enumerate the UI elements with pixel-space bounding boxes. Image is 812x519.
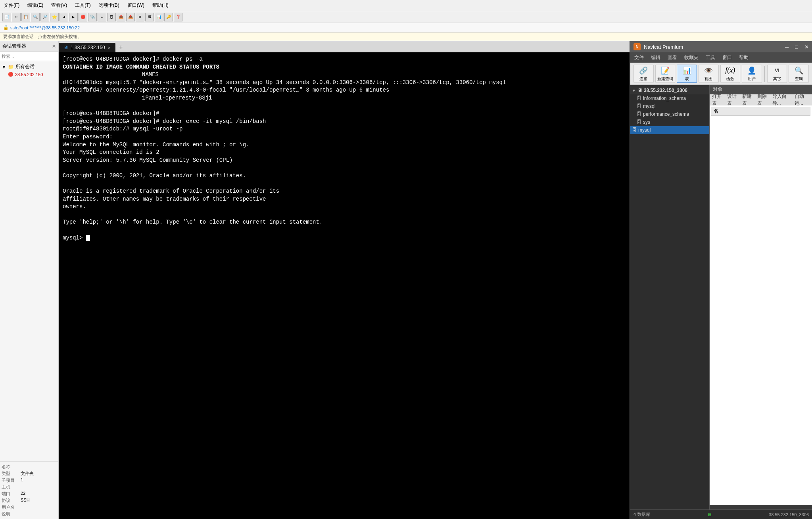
- navicat-restore-icon[interactable]: □: [795, 44, 798, 50]
- navicat-horizontal-scrollbar[interactable]: [710, 505, 812, 509]
- obj-toolbar-design[interactable]: 设计表: [727, 93, 739, 107]
- nav-menu-tools[interactable]: 工具: [704, 54, 717, 62]
- nav-connection-label: 38.55.232.150_3306: [644, 88, 687, 93]
- nav-menu-edit[interactable]: 编辑: [649, 54, 662, 62]
- nav-db-label-3: performance_schema: [643, 111, 689, 117]
- navicat-obj-toolbar: 打开表 设计表 新建表 删除表 导入向导... 自动运...: [710, 94, 812, 105]
- toolbar: 📄 ✂️ 📋 🔍 🔎 ⭐ ◀ ▶ 🔴 📎 ✏️ 🖼 📤 📥 ⚙ 🛠 📊 🔑 ❓: [0, 11, 812, 23]
- nav-btn-other[interactable]: VI 其它: [767, 65, 787, 83]
- sidebar-group-label: 所有会话: [15, 63, 35, 70]
- nav-btn-view[interactable]: 👁️ 视图: [699, 65, 719, 83]
- prop-label-port: 端口: [2, 491, 19, 497]
- prop-label-protocol: 协议: [2, 498, 19, 504]
- nav-db-label-4: sys: [643, 119, 650, 125]
- toolbar-btn-9[interactable]: 🔴: [79, 13, 87, 21]
- session-icon: 🔴: [8, 72, 13, 77]
- navicat-statusbar: 4 数据库 🖥 38.55.232.150_3306: [630, 509, 812, 519]
- prop-name: 名称: [2, 463, 57, 470]
- obj-toolbar-import[interactable]: 导入向导...: [772, 93, 791, 107]
- navicat-status-left: 4 数据库: [633, 511, 650, 517]
- obj-toolbar-new[interactable]: 新建表: [742, 93, 754, 107]
- sidebar-tree: ▼ 📁 所有会话 🔴 38.55.232.150: [0, 61, 58, 462]
- nav-selected-db-label: mysql: [638, 127, 651, 133]
- nav-btn-function[interactable]: f(x) 函数: [720, 65, 741, 83]
- tab-close-icon[interactable]: ✕: [107, 46, 111, 50]
- obj-toolbar-delete[interactable]: 删除表: [757, 93, 769, 107]
- chevron-down-icon: ▼: [2, 64, 6, 70]
- toolbar-btn-2[interactable]: ✂️: [12, 13, 21, 21]
- menu-view[interactable]: 查看(V): [49, 1, 69, 10]
- obj-toolbar-open[interactable]: 打开表: [712, 93, 724, 107]
- tab-session[interactable]: 🖥 1 38.55.232.150 ✕: [59, 43, 115, 52]
- sidebar-item-session[interactable]: 🔴 38.55.232.150: [2, 71, 57, 78]
- nav-db-sys[interactable]: 🗄 sys: [630, 118, 709, 126]
- tab-add-button[interactable]: +: [116, 43, 126, 52]
- toolbar-btn-16[interactable]: 🛠: [145, 13, 154, 21]
- menu-bar: 文件(F) 编辑(E) 查看(V) 工具(T) 选项卡(B) 窗口(W) 帮助(…: [0, 0, 812, 11]
- navicat-minimize-icon[interactable]: ─: [785, 44, 789, 50]
- connect-icon: 🔗: [638, 66, 649, 75]
- menu-file[interactable]: 文件(F): [2, 1, 22, 10]
- navicat-close-icon[interactable]: ✕: [804, 44, 809, 50]
- nav-menu-help[interactable]: 帮助: [737, 54, 750, 62]
- toolbar-btn-19[interactable]: ❓: [174, 13, 182, 21]
- nav-btn-new-query[interactable]: 📝 新建查询: [655, 65, 676, 83]
- menu-window[interactable]: 窗口(W): [125, 1, 147, 10]
- nav-menu-file[interactable]: 文件: [633, 54, 645, 62]
- toolbar-btn-13[interactable]: 📤: [117, 13, 125, 21]
- menu-help[interactable]: 帮助(H): [150, 1, 171, 10]
- navicat-menu-bar: 文件 编辑 查看 收藏夹 工具 窗口 帮助: [630, 52, 812, 63]
- nav-db-label-2: mysql: [643, 103, 655, 109]
- prop-username: 用户名: [2, 504, 57, 511]
- info-text: 要添加当前会话，点击左侧的箭头按钮。: [3, 34, 82, 40]
- toolbar-btn-1[interactable]: 📄: [2, 13, 11, 21]
- prop-value-children: 1: [21, 477, 23, 483]
- nav-menu-favorites[interactable]: 收藏夹: [683, 54, 700, 62]
- nav-btn-table[interactable]: 📊 表: [677, 65, 697, 83]
- obj-table-header: 名: [711, 107, 810, 116]
- nav-btn-table-label: 表: [685, 76, 689, 82]
- sidebar-close-icon[interactable]: ✕: [52, 44, 56, 49]
- db-icon-3: 🗄: [637, 111, 641, 117]
- toolbar-btn-4[interactable]: 🔍: [31, 13, 40, 21]
- navicat-panel: N Navicat Premium ─ □ ✕ 文件 编辑 查看 收藏夹 工具 …: [630, 41, 812, 519]
- toolbar-btn-17[interactable]: 📊: [155, 13, 163, 21]
- nav-btn-connect[interactable]: 🔗 连接: [633, 65, 654, 83]
- nav-db-performance-schema[interactable]: 🗄 performance_schema: [630, 110, 709, 118]
- toolbar-btn-3[interactable]: 📋: [21, 13, 30, 21]
- sidebar-title: 会话管理器: [2, 43, 26, 50]
- prop-value-port: 22: [21, 491, 25, 497]
- nav-db-mysql[interactable]: 🗄 mysql: [630, 102, 709, 110]
- menu-edit[interactable]: 编辑(E): [25, 1, 46, 10]
- obj-toolbar-auto[interactable]: 自动运...: [795, 93, 810, 107]
- prop-type: 类型 文件夹: [2, 470, 57, 477]
- info-bar: 要添加当前会话，点击左侧的箭头按钮。: [0, 33, 812, 41]
- toolbar-btn-6[interactable]: ⭐: [50, 13, 59, 21]
- nav-btn-query[interactable]: 🔍 查询: [789, 65, 809, 83]
- toolbar-btn-14[interactable]: 📥: [126, 13, 135, 21]
- sidebar-group-all[interactable]: ▼ 📁 所有会话: [2, 63, 57, 71]
- nav-db-mysql-selected[interactable]: 🗄 mysql: [630, 126, 709, 134]
- nav-menu-window[interactable]: 窗口: [721, 54, 733, 62]
- nav-menu-view[interactable]: 查看: [666, 54, 679, 62]
- query-icon: 🔍: [793, 66, 804, 75]
- toolbar-btn-12[interactable]: 🖼: [107, 13, 116, 21]
- menu-tools[interactable]: 工具(T): [73, 1, 93, 10]
- nav-db-information-schema[interactable]: 🗄 information_schema: [630, 94, 709, 102]
- view-icon: 👁️: [703, 66, 714, 75]
- function-icon: f(x): [725, 66, 736, 75]
- obj-header-label: 对象: [713, 86, 722, 93]
- menu-tabs[interactable]: 选项卡(B): [96, 1, 122, 10]
- sidebar-search-input[interactable]: [0, 52, 58, 61]
- toolbar-btn-10[interactable]: 📎: [88, 13, 97, 21]
- toolbar-btn-5[interactable]: 🔎: [40, 13, 49, 21]
- toolbar-btn-7[interactable]: ◀: [60, 13, 68, 21]
- nav-btn-user[interactable]: 👤 用户: [742, 65, 762, 83]
- toolbar-separator: [764, 66, 765, 82]
- chevron-down-icon-2: ▼: [632, 88, 636, 93]
- toolbar-btn-8[interactable]: ▶: [69, 13, 78, 21]
- toolbar-btn-15[interactable]: ⚙: [136, 13, 144, 21]
- toolbar-btn-11[interactable]: ✏️: [98, 13, 106, 21]
- toolbar-btn-18[interactable]: 🔑: [164, 13, 173, 21]
- nav-tree-connection[interactable]: ▼ 🖥 38.55.232.150_3306: [630, 86, 709, 94]
